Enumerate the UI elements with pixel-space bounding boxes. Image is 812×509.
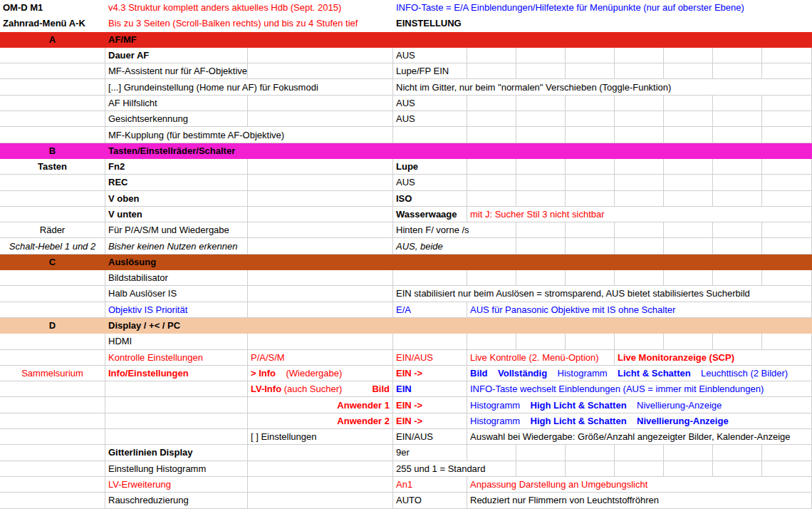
table-cell [105,413,248,429]
table-cell: MF-Assistent nur für AF-Objektive [105,63,248,79]
table-cell [248,207,393,222]
cell-text: Bildstabilisator [108,272,168,283]
table-cell [467,159,516,175]
row-lv-erweiterung: LV-ErweiterungAn1Anpassung Darstellung a… [0,477,812,493]
table-cell [615,175,664,190]
table-cell [248,222,393,238]
cell-text: 255 und 1 = Standard [396,463,485,474]
table-cell [0,96,105,111]
cell-text: EIN [396,384,412,394]
table-cell [566,159,615,175]
table-cell [0,111,105,127]
cell-text: MF-Assistent nur für AF-Objektive [108,66,247,76]
row-v-unten: V untenWasserwaagemit J: Sucher Stil 3 n… [0,207,812,222]
table-cell [0,461,105,477]
table-cell [566,48,615,63]
cell-text: Gitterlinien Display [108,447,192,458]
table-cell [566,111,615,127]
table-cell [516,175,566,190]
table-cell [0,302,105,318]
table-cell: An1 [393,477,467,493]
table-cell: AUS [393,48,467,63]
cell-text: V unten [108,209,142,220]
table-cell: EIN stabilisiert nur beim Auslösen = str… [393,286,812,302]
table-cell [0,413,105,429]
table-cell [0,127,105,143]
table-cell: Histogramm High Licht & Schatten Nivelli… [467,413,812,429]
cell-text: EIN -> [396,416,422,426]
section-c-banner: CAuslösung [0,254,812,270]
table-cell [0,397,105,413]
table-cell [713,461,762,477]
cell-text: Live Kontrolle (2. Menü-Option) [470,352,599,363]
cell-text: Bisher keinen Nutzen erkennen [108,241,237,252]
cell-text: Histogramm [558,368,618,379]
table-cell: EIN [393,381,467,397]
table-cell: Tasten [0,159,105,175]
table-cell: P/A/S/M [248,350,393,366]
cell-text: Nivellierung-Anzeige [637,400,722,411]
table-cell: AUS [393,111,467,127]
table-cell [248,286,393,302]
row-anwender-1: Anwender 1EIN ->Histogramm High Licht & … [0,397,812,413]
cell-text: REC [108,177,127,187]
table-cell: Tasten/Einstellräder/Schalter [105,143,812,159]
table-cell [664,96,713,111]
table-cell: INFO-Taste wechselt Einblendungen (AUS =… [467,381,812,397]
cell-text: EIN -> [396,400,422,411]
table-cell [664,127,713,143]
section-b-banner: BTasten/Einstellräder/Schalter [0,143,812,159]
table-cell [0,381,105,397]
table-cell [516,461,566,477]
table-cell: 255 und 1 = Standard [393,461,516,477]
cell-text: Fn2 [108,161,125,172]
cell-text: High Licht & Schatten [531,416,637,426]
table-cell [516,111,566,127]
subtitle-row: Zahnrad-Menü A-KBis zu 3 Seiten (Scroll-… [0,16,812,31]
cell-text: Bild [372,384,390,394]
table-cell [615,127,664,143]
cell-text: AUS [396,50,415,61]
table-cell [516,63,566,79]
table-cell: > Info (Wiedergabe) [248,366,393,381]
cell-text: LV-Info [251,384,281,394]
table-cell [664,461,713,477]
cell-text: HDMI [108,336,132,346]
table-cell: Lupe/FP EIN [393,63,467,79]
table-cell [467,96,516,111]
table-cell: Halb Auslöser IS [105,286,248,302]
table-cell [467,445,516,461]
table-cell: Objektiv IS Priorität [105,302,248,318]
cell-text: Reduziert nur Flimmern von Leuchtstoffrö… [470,495,659,505]
cell-text: P/A/S/M [251,352,285,363]
cell-text: EIN/AUS [396,352,433,363]
table-cell [248,63,393,79]
cell-text: Rauschreduzierung [108,495,189,505]
cell-text: Histogramm [470,416,531,426]
table-cell: v4.3 Struktur komplett anders aktuelles … [105,0,393,16]
cell-text: C [49,257,56,267]
table-cell [713,270,762,286]
table-cell [664,111,713,127]
table-cell: EINSTELLUNG [393,16,812,31]
table-cell [762,159,812,175]
cell-text: Halb Auslöser IS [108,288,177,299]
table-cell [615,111,664,127]
cell-text: Nivellierung-Anzeige [637,416,729,426]
cell-text: Schalt-Hebel 1 und 2 [9,241,95,252]
table-cell: Rauschreduzierung [105,493,248,508]
table-cell [566,63,615,79]
table-cell: AUS [393,96,467,111]
row-af-hilfslicht: AF HilfslichtAUS [0,96,812,111]
table-cell [615,159,664,175]
cell-text: Lupe [396,161,418,172]
cell-text: Sammelsurium [21,368,83,379]
cell-text: AUS [396,177,415,187]
table-cell [762,222,812,238]
table-cell [615,461,664,477]
table-cell [713,191,762,207]
row-bildstabilisator: Bildstabilisator [0,270,812,286]
cell-text: EIN -> [396,368,422,379]
cell-text: Tasten/Einstellräder/Schalter [108,145,235,156]
table-cell [713,334,762,349]
